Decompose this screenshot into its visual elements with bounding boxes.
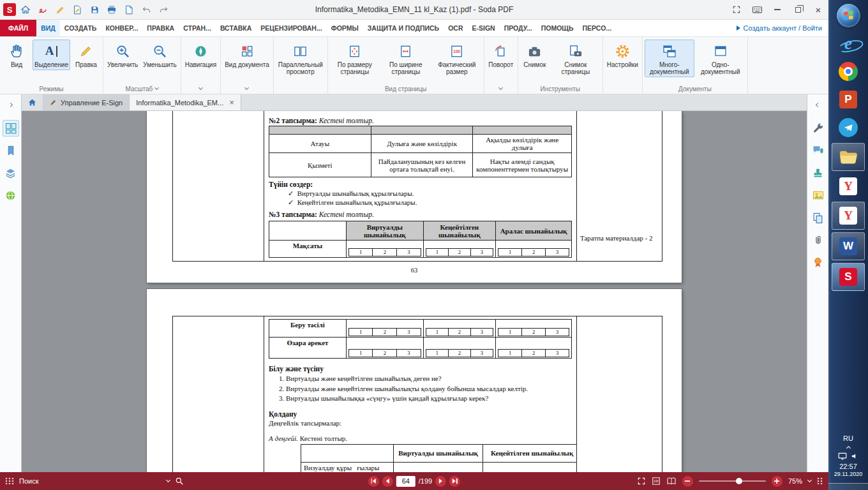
- word-button[interactable]: W: [832, 232, 865, 260]
- collapse-right-panel-button[interactable]: [810, 98, 827, 114]
- language-indicator[interactable]: RU: [843, 434, 853, 442]
- ribbon-button-single-document[interactable]: Одно-документный: [696, 40, 745, 77]
- previous-page-button[interactable]: [382, 476, 393, 487]
- ribbon-button-edit[interactable]: Правка: [71, 40, 101, 70]
- soda-pdf-taskbar-button[interactable]: S: [832, 263, 865, 291]
- tab-informatika-pdf[interactable]: Informatika_Metodika_EM... ×: [130, 94, 241, 110]
- ribbon-doc-view-dropdown[interactable]: [223, 84, 271, 94]
- file-explorer-button[interactable]: [832, 143, 865, 171]
- ribbon-button-settings[interactable]: Настройки: [605, 40, 640, 70]
- tray-volume-icon[interactable]: [851, 452, 858, 460]
- ribbon-button-navigation[interactable]: Навигация: [183, 40, 218, 70]
- menu-tab[interactable]: ПРАВКА: [142, 20, 179, 36]
- comments-panel-button[interactable]: [810, 142, 827, 159]
- new-document-button[interactable]: [121, 2, 137, 17]
- ribbon-button-rotate[interactable]: Поворот: [486, 40, 516, 70]
- clipboard-panel-button[interactable]: [810, 209, 827, 226]
- ribbon-button-snapshot[interactable]: Снимок: [520, 40, 550, 70]
- ribbon-button-zoom-in[interactable]: Увеличить: [105, 40, 140, 70]
- ribbon-button-multi-document[interactable]: Много-документный: [645, 40, 694, 77]
- ribbon-button-page-snapshot[interactable]: Снимок страницы: [551, 40, 601, 77]
- ribbon-button-select[interactable]: A Выделение: [33, 40, 70, 70]
- certificates-panel-button[interactable]: [810, 254, 827, 271]
- clock[interactable]: 22:57 29.11.2020: [834, 463, 862, 478]
- yandex-browser-button[interactable]: Y: [832, 202, 865, 230]
- telegram-button[interactable]: [832, 115, 865, 140]
- esign-button[interactable]: [35, 2, 50, 17]
- menu-tab[interactable]: OCR: [444, 20, 467, 36]
- zoom-out-button[interactable]: [682, 476, 693, 487]
- fit-screen-icon[interactable]: [637, 477, 646, 486]
- ribbon-rotate-dropdown[interactable]: [486, 84, 516, 94]
- layers-panel-button[interactable]: [3, 165, 19, 181]
- menu-tab[interactable]: СТРАН...: [179, 20, 216, 36]
- close-button[interactable]: ×: [808, 0, 828, 19]
- ribbon-button-view[interactable]: Вид: [2, 40, 31, 70]
- ribbon-button-fit-page[interactable]: По размеру страницы: [330, 40, 380, 77]
- fullscreen-button[interactable]: [726, 0, 747, 19]
- menu-tab[interactable]: ПРОДУ...: [500, 20, 537, 36]
- close-tab-icon[interactable]: ×: [229, 98, 234, 107]
- ribbon-button-doc-view[interactable]: Вид документа: [223, 40, 271, 70]
- web-panel-button[interactable]: [3, 187, 19, 204]
- attachments-panel-button[interactable]: [810, 232, 827, 248]
- menu-tab[interactable]: ЗАЩИТА И ПОДПИСЬ: [363, 20, 444, 36]
- zoom-in-button[interactable]: [772, 476, 782, 487]
- document-viewport[interactable]: №2 тапсырма: Кестені толтыр. Атауы Дулығ…: [22, 111, 807, 472]
- menu-tab[interactable]: E-SIGN: [467, 20, 499, 36]
- save-button[interactable]: [87, 2, 102, 17]
- current-page-input[interactable]: 64: [396, 476, 415, 487]
- menu-tab[interactable]: РЕЦЕНЗИРОВАН...: [256, 20, 326, 36]
- first-page-button[interactable]: [368, 476, 379, 487]
- search-options-chevron[interactable]: [166, 478, 170, 482]
- menu-tab[interactable]: ВСТАВКА: [216, 20, 256, 36]
- menu-tab[interactable]: ФАЙЛ: [0, 20, 36, 36]
- images-panel-button[interactable]: [810, 187, 827, 204]
- zoom-level-label[interactable]: 75%: [788, 477, 802, 485]
- menu-tab[interactable]: СОЗДАТЬ: [60, 20, 101, 36]
- minimize-button[interactable]: [767, 0, 788, 19]
- zoom-slider-knob[interactable]: [736, 478, 742, 484]
- search-icon[interactable]: [175, 477, 184, 486]
- ribbon-navigation-dropdown[interactable]: [183, 84, 218, 94]
- create-document-button[interactable]: [70, 2, 85, 17]
- ribbon-button-actual-size[interactable]: 100 Фактический размер: [432, 40, 482, 77]
- thumbnails-panel-button[interactable]: [3, 120, 19, 137]
- yandex-button[interactable]: Y: [832, 174, 865, 199]
- zoom-slider[interactable]: [699, 480, 766, 482]
- print-button[interactable]: [104, 2, 119, 17]
- home-button[interactable]: [18, 2, 33, 17]
- account-link[interactable]: Создать аккаунт / Войти: [733, 20, 828, 36]
- internet-explorer-button[interactable]: e: [832, 31, 865, 56]
- expand-left-panel-button[interactable]: [3, 98, 19, 114]
- search-label[interactable]: Поиск: [19, 477, 38, 485]
- next-page-button[interactable]: [435, 476, 446, 487]
- ribbon-button-zoom-out[interactable]: Уменьшить: [141, 40, 178, 70]
- last-page-button[interactable]: [449, 476, 460, 487]
- chrome-button[interactable]: [832, 59, 865, 84]
- start-button[interactable]: [832, 3, 865, 28]
- menu-tab[interactable]: ФОРМЫ: [327, 20, 363, 36]
- stamp-panel-button[interactable]: [810, 165, 827, 181]
- show-desktop-button[interactable]: [828, 483, 868, 490]
- redo-button[interactable]: [156, 2, 171, 17]
- home-tab-button[interactable]: [22, 94, 43, 110]
- menu-tab[interactable]: ВИД: [36, 20, 60, 36]
- tray-display-icon[interactable]: [838, 452, 847, 460]
- undo-button[interactable]: [138, 2, 154, 17]
- ribbon-button-fit-width[interactable]: По ширине страницы: [381, 40, 431, 77]
- ribbon-button-parallel-view[interactable]: Параллельный просмотр: [276, 40, 326, 77]
- tools-panel-button[interactable]: [810, 120, 827, 137]
- bookmarks-panel-button[interactable]: [3, 142, 19, 159]
- ribbon-group-scale-dropdown[interactable]: Масштаб: [105, 84, 179, 94]
- tab-esign-manager[interactable]: Управление E-Sign: [43, 94, 130, 110]
- menu-tab[interactable]: ПОМОЩЬ: [537, 20, 578, 36]
- menu-tab[interactable]: КОНВЕР...: [101, 20, 142, 36]
- book-view-icon[interactable]: [666, 477, 677, 486]
- touch-keyboard-button[interactable]: [747, 0, 767, 19]
- tray-expand-chevron[interactable]: [846, 446, 850, 450]
- zoom-options-chevron[interactable]: [807, 478, 812, 482]
- actual-size-icon[interactable]: 100: [652, 477, 661, 486]
- edit-button[interactable]: [52, 2, 68, 17]
- powerpoint-button[interactable]: P: [832, 87, 865, 112]
